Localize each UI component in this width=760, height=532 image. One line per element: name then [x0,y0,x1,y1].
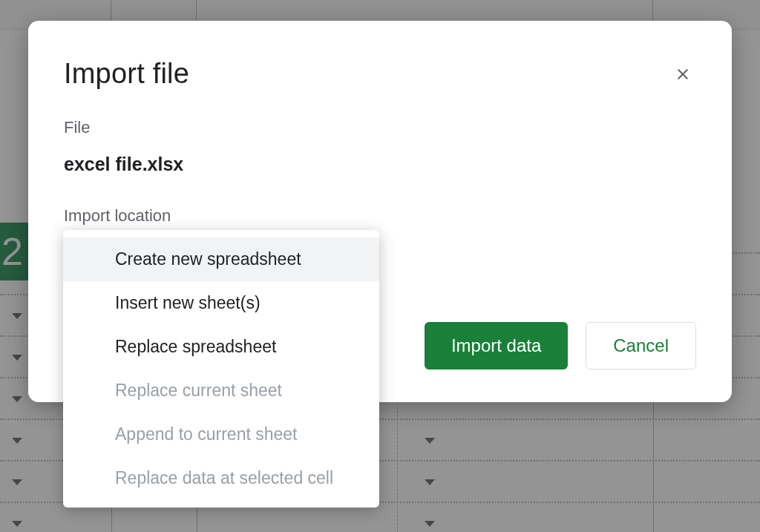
file-name: excel file.xlsx [64,154,696,175]
file-section-label: File [64,118,696,137]
import-data-button[interactable]: Import data [425,322,568,370]
dropdown-item: Replace data at selected cell [63,456,379,500]
import-location-label: Import location [64,206,696,226]
close-icon [674,65,692,83]
close-button[interactable] [669,61,696,88]
import-location-dropdown[interactable]: Create new spreadsheetInsert new sheet(s… [63,230,379,508]
dropdown-item: Append to current sheet [63,413,379,456]
dropdown-item: Replace current sheet [63,369,379,413]
dropdown-item[interactable]: Replace spreadsheet [63,325,379,369]
cancel-button[interactable]: Cancel [586,322,696,370]
dropdown-item[interactable]: Insert new sheet(s) [63,281,379,325]
dropdown-item[interactable]: Create new spreadsheet [63,237,379,281]
dialog-title: Import file [64,58,189,90]
